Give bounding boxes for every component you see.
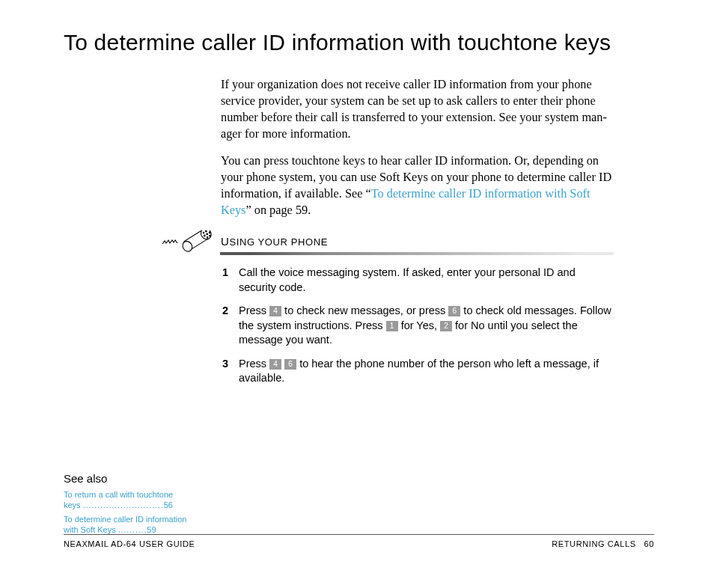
svg-point-8 bbox=[207, 236, 208, 238]
see-also: See also To return a call with touchtone… bbox=[64, 472, 213, 538]
see-also-link-2[interactable]: To determine caller ID information with … bbox=[64, 515, 186, 534]
footer-right: RETURNING CALLS 60 bbox=[552, 539, 654, 548]
key-6b: 6 bbox=[284, 359, 296, 370]
s2a: Press bbox=[239, 304, 269, 316]
key-4b: 4 bbox=[269, 359, 281, 370]
step-2: Press 4 to check new messages, or press … bbox=[236, 304, 614, 348]
svg-point-4 bbox=[205, 230, 207, 232]
svg-point-3 bbox=[203, 232, 204, 233]
sa1-dots: ............................ bbox=[83, 500, 164, 509]
steps-list: Call the voice messaging system. If aske… bbox=[221, 266, 614, 386]
s2b: to check new messages, or press bbox=[281, 304, 448, 316]
s3a: Press bbox=[239, 358, 269, 370]
see-also-title: See also bbox=[64, 472, 213, 485]
step-1: Call the voice messaging system. If aske… bbox=[236, 266, 614, 295]
key-1: 1 bbox=[386, 321, 398, 331]
footer-right-label: RETURNING CALLS bbox=[552, 539, 635, 548]
sa1-page: 56 bbox=[164, 500, 173, 509]
footer-left: NEAXMAIL AD-64 USER GUIDE bbox=[64, 539, 195, 548]
para2-post: ” on page 59. bbox=[245, 203, 311, 217]
paragraph-1: If your organization does not receive ca… bbox=[221, 76, 614, 142]
see-also-item-2: To determine caller ID information with … bbox=[64, 514, 191, 536]
step1-text: Call the voice messaging system. If aske… bbox=[239, 266, 576, 293]
content-column: If your organization does not receive ca… bbox=[221, 76, 614, 386]
svg-point-5 bbox=[204, 235, 205, 236]
phone-icon bbox=[161, 230, 216, 259]
see-also-item-1: To return a call with touchtone keys ...… bbox=[64, 489, 191, 511]
step-3: Press 4 6 to hear the phone number of th… bbox=[236, 357, 614, 386]
see-also-link-1[interactable]: To return a call with touchtone keys ...… bbox=[64, 490, 173, 509]
page-title: To determine caller ID information with … bbox=[64, 30, 654, 55]
footer-page-number: 60 bbox=[644, 539, 654, 548]
s2d: for Yes, bbox=[398, 319, 440, 331]
page-footer: NEAXMAIL AD-64 USER GUIDE RETURNING CALL… bbox=[64, 534, 654, 548]
section-label: Using your phone bbox=[221, 235, 328, 248]
svg-point-7 bbox=[209, 232, 210, 233]
sa2-dots: .......... bbox=[118, 525, 147, 534]
section-rule bbox=[220, 252, 614, 255]
svg-point-6 bbox=[207, 233, 208, 235]
sa2-page: 59 bbox=[147, 525, 156, 534]
key-2: 2 bbox=[440, 321, 452, 331]
paragraph-2: You can press touchtone keys to hear cal… bbox=[221, 153, 614, 218]
key-6: 6 bbox=[448, 306, 460, 316]
svg-point-9 bbox=[209, 235, 210, 236]
key-4: 4 bbox=[269, 306, 281, 316]
